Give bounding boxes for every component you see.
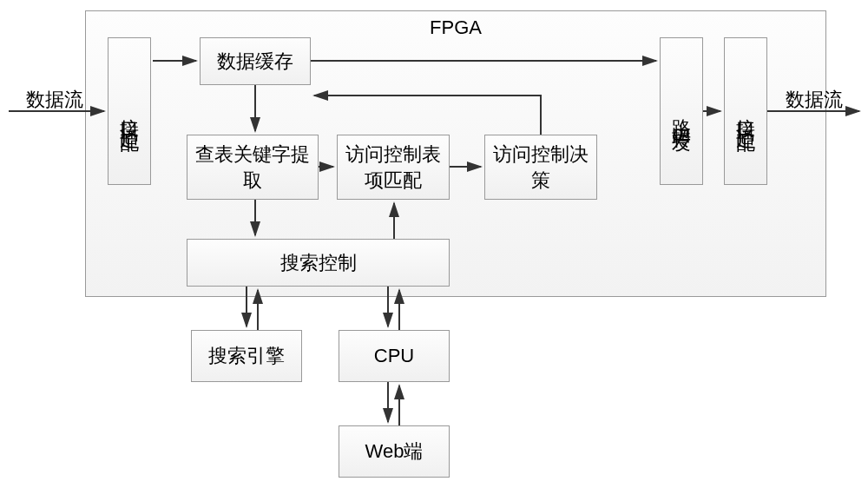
interface-adapter-out: 接口适配 [724, 37, 767, 185]
web-end: Web端 [339, 425, 450, 478]
route-forward: 路由转发 [660, 37, 703, 185]
fpga-title: FPGA [430, 16, 482, 39]
search-control: 搜索控制 [187, 239, 450, 287]
keyword-extract: 查表关键字提取 [187, 135, 319, 200]
interface-adapter-in: 接口适配 [108, 37, 151, 185]
dataflow-in-label: 数据流 [26, 87, 83, 113]
acl-match: 访问控制表项匹配 [337, 135, 450, 200]
data-cache: 数据缓存 [200, 37, 311, 85]
cpu: CPU [339, 330, 450, 382]
dataflow-out-label: 数据流 [786, 87, 843, 113]
acl-decision: 访问控制决策 [484, 135, 597, 200]
search-engine: 搜索引擎 [191, 330, 302, 382]
